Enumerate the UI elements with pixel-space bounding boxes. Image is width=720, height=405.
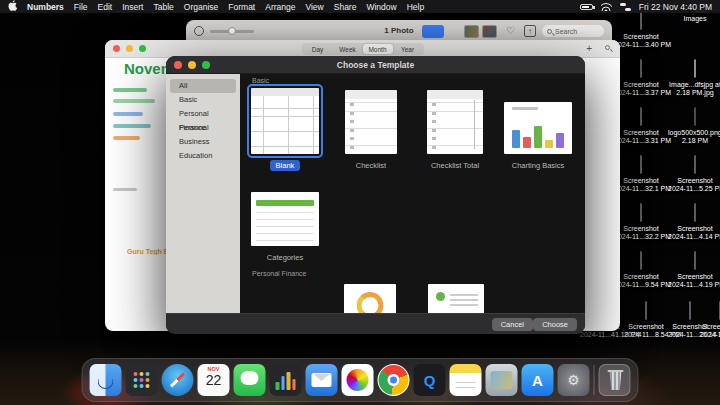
wifi-icon[interactable] (601, 3, 612, 11)
photos-search-field[interactable]: Search (542, 25, 604, 37)
zoom-button[interactable] (139, 45, 146, 52)
menu-table[interactable]: Table (153, 2, 173, 12)
template-label: Categories (267, 253, 303, 262)
calendar-view-segmented-control: Day Week Month Year (302, 43, 424, 55)
calendar-dock-icon[interactable]: NOV 22 (198, 364, 230, 396)
calendar-list-item[interactable] (113, 99, 155, 103)
screenshot-thumbnail-icon (645, 301, 647, 320)
desktop-icon-images-folder[interactable]: Images (668, 12, 720, 23)
messages-dock-icon[interactable] (234, 364, 266, 396)
dock-separator (594, 365, 595, 395)
template-checklist-total[interactable]: Checklist Total (420, 90, 490, 172)
category-business[interactable]: Business (170, 135, 236, 149)
category-basic[interactable]: Basic (170, 93, 236, 107)
mail-dock-icon[interactable] (306, 364, 338, 396)
template-partial-thumbnail[interactable] (428, 284, 484, 313)
template-category-sidebar: All Basic Personal Finance Personal Busi… (166, 74, 240, 313)
add-event-icon[interactable]: + (586, 43, 592, 54)
desktop-icon-screenshot[interactable]: Screenshot2024-11...5.25 PM (668, 156, 720, 193)
desktop-icon-logo-file[interactable]: logo500x500.png at2.18 PM (668, 108, 720, 145)
preview-dock-icon[interactable] (486, 364, 518, 396)
template-thumbnail (427, 90, 483, 154)
segment-day[interactable]: Day (303, 44, 333, 54)
calendar-list-item[interactable] (113, 88, 147, 92)
desktop-icon-screenshot[interactable]: Screenshot2024-11...3.40 PM (614, 12, 668, 49)
share-icon[interactable]: ↑ (524, 25, 536, 37)
segment-year[interactable]: Year (393, 44, 423, 54)
numbers-dock-icon[interactable] (270, 364, 302, 396)
template-partial-thumbnail[interactable] (344, 284, 396, 313)
control-center-icon[interactable] (620, 3, 631, 11)
screenshot-thumbnail-icon (694, 203, 696, 222)
template-checklist[interactable]: Checklist (338, 90, 404, 172)
category-personal-finance[interactable]: Personal Finance (170, 107, 236, 121)
menu-arrange[interactable]: Arrange (265, 2, 295, 12)
minimize-button[interactable] (126, 45, 133, 52)
close-button[interactable] (113, 45, 120, 52)
menu-help[interactable]: Help (407, 2, 424, 12)
category-education[interactable]: Education (170, 149, 236, 163)
menu-window[interactable]: Window (366, 2, 396, 12)
desktop-icon-screenshot[interactable]: Screenshot2024-11...4.19 PM (668, 252, 720, 289)
photo-thumbnail[interactable] (482, 25, 497, 38)
apple-menu-icon[interactable] (8, 0, 17, 13)
choose-button[interactable]: Choose (533, 318, 577, 331)
desktop-icon-screenshot[interactable]: Screenshot2024-11...8.54 PM (624, 302, 668, 339)
notes-dock-icon[interactable] (450, 364, 482, 396)
favorite-heart-icon[interactable]: ♡ (506, 24, 515, 37)
calendar-icon-day: 22 (198, 372, 230, 388)
desktop-icon-screenshot[interactable]: Screenshot2024-11...3.37 PM (614, 60, 668, 97)
category-personal[interactable]: Personal (170, 121, 236, 135)
desktop-icon-screenshot[interactable]: Screenshot2024-11...9.54 PM (614, 252, 668, 289)
system-settings-dock-icon[interactable]: ⚙ (558, 364, 590, 396)
screenshot-thumbnail-icon (640, 251, 642, 270)
template-categories[interactable]: Categories (248, 192, 322, 264)
calendar-list-item[interactable] (113, 124, 151, 128)
dialog-title: Choose a Template (166, 60, 585, 70)
desktop-icon-screenshot[interactable]: Screenshot2024-11...3.31 PM (614, 108, 668, 145)
calendar-list-item[interactable] (113, 112, 143, 116)
menu-bar: Numbers File Edit Insert Table Organise … (0, 0, 720, 13)
screenshot-thumbnail-icon (694, 155, 696, 174)
safari-dock-icon[interactable] (162, 364, 194, 396)
photo-thumbnail[interactable] (464, 25, 479, 38)
trash-dock-icon[interactable] (599, 364, 631, 396)
menu-organise[interactable]: Organise (184, 2, 219, 12)
quicktime-dock-icon[interactable]: Q (414, 364, 446, 396)
screenshot-thumbnail-icon (689, 301, 691, 320)
desktop-icon-screenshot[interactable]: Screenshot2024-11...32.2 PM (614, 204, 668, 241)
calendar-list-item[interactable] (113, 136, 140, 140)
cancel-button[interactable]: Cancel (492, 318, 533, 331)
menu-share[interactable]: Share (334, 2, 357, 12)
menu-file[interactable]: File (74, 2, 88, 12)
category-all[interactable]: All (170, 79, 236, 93)
menu-format[interactable]: Format (228, 2, 255, 12)
desktop-icon-screenshot[interactable]: Screenshot2024-11...4.08 PM (700, 302, 720, 339)
menu-bar-clock[interactable]: Fri 22 Nov 4:40 PM (639, 2, 712, 12)
menu-edit[interactable]: Edit (98, 2, 113, 12)
menu-app-name[interactable]: Numbers (27, 2, 64, 12)
menu-view[interactable]: View (305, 2, 323, 12)
desktop-icon-screenshot[interactable]: Screenshot2024-11...32.1 PM (614, 156, 668, 193)
template-charting-basics[interactable]: Charting Basics (500, 90, 576, 172)
segment-month[interactable]: Month (363, 44, 393, 54)
search-placeholder: Search (555, 28, 577, 35)
template-label: Blank (270, 160, 301, 171)
section-label-basic: Basic (252, 77, 269, 84)
launchpad-dock-icon[interactable] (126, 364, 158, 396)
search-icon[interactable] (605, 45, 610, 50)
desktop-icon-screenshot[interactable]: Screenshot2024-11...4.14 PM (668, 204, 720, 241)
file-thumbnail-icon (694, 59, 696, 78)
finder-dock-icon[interactable] (90, 364, 122, 396)
selected-album-button[interactable] (422, 25, 444, 38)
desktop-icon-image-file[interactable]: Image...dfsjpg at2.18 PM.jpg (668, 60, 720, 97)
template-blank[interactable]: Blank (248, 88, 322, 172)
template-label: Checklist (356, 161, 386, 170)
app-store-dock-icon[interactable]: A (522, 364, 554, 396)
photos-dock-icon[interactable] (342, 364, 374, 396)
segment-week[interactable]: Week (333, 44, 363, 54)
chrome-dock-icon[interactable] (378, 364, 410, 396)
menu-insert[interactable]: Insert (122, 2, 143, 12)
template-thumbnail (345, 90, 397, 154)
battery-icon[interactable] (580, 4, 593, 10)
